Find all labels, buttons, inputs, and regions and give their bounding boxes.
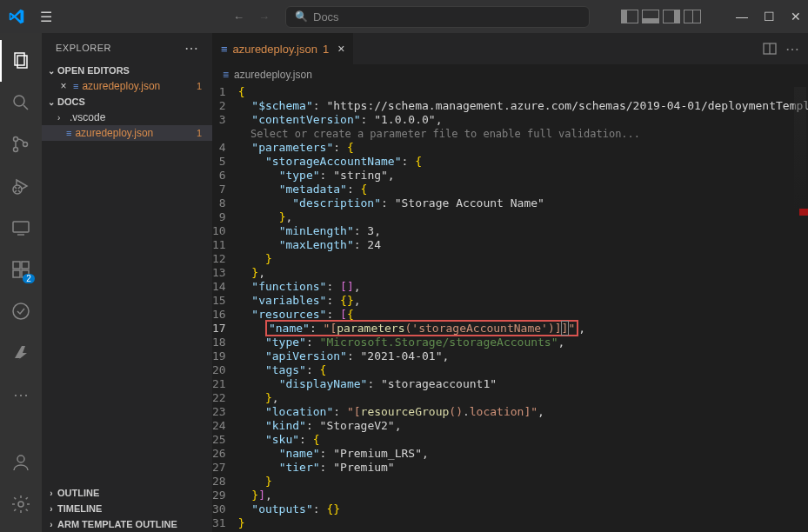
explorer-header: EXPLORER ⋯ — [42, 33, 212, 63]
svg-rect-11 — [13, 262, 20, 269]
folder-name: .vscode — [70, 111, 105, 123]
activity-debug-icon[interactable] — [0, 165, 42, 207]
code-content[interactable]: { "$schema": "https://schema.management.… — [238, 85, 808, 532]
activity-account-icon[interactable] — [0, 442, 42, 483]
toggle-panel-icon[interactable] — [642, 10, 659, 23]
activity-search-icon[interactable] — [0, 82, 42, 123]
window-maximize-icon[interactable]: ☐ — [764, 10, 775, 23]
chevron-down-icon: ⌄ — [45, 97, 57, 107]
timeline-section[interactable]: › TIMELINE — [42, 501, 212, 516]
section-label: OPEN EDITORS — [57, 65, 130, 76]
chevron-right-icon: › — [45, 520, 57, 529]
svg-rect-1 — [17, 56, 27, 68]
activity-extensions-icon[interactable]: 2 — [0, 249, 42, 290]
json-file-icon: ≡ — [223, 69, 229, 81]
chevron-down-icon: ⌄ — [45, 66, 57, 76]
vscode-logo — [7, 7, 26, 26]
breadcrumb[interactable]: ≡ azuredeploy.json — [212, 64, 808, 85]
search-placeholder: Docs — [313, 10, 339, 23]
window-minimize-icon[interactable]: — — [736, 10, 748, 23]
minimap[interactable] — [794, 87, 806, 243]
command-center-search[interactable]: 🔍 Docs — [285, 6, 590, 28]
svg-point-16 — [17, 456, 24, 462]
svg-point-8 — [13, 185, 22, 194]
tab-badge: 1 — [323, 43, 329, 56]
explorer-sidebar: EXPLORER ⋯ ⌄ OPEN EDITORS × ≡ azuredeplo… — [42, 33, 212, 532]
chevron-right-icon: › — [57, 113, 66, 123]
title-bar: ☰ ← → 🔍 Docs — ☐ ✕ — [0, 0, 808, 33]
json-file-icon: ≡ — [66, 128, 71, 138]
json-file-icon: ≡ — [221, 43, 228, 56]
close-icon[interactable]: × — [57, 80, 70, 92]
search-icon: 🔍 — [295, 10, 308, 23]
editor-group: ≡ azuredeploy.json 1 × ⋯ ≡ azuredeploy.j… — [212, 33, 808, 532]
editor-more-icon[interactable]: ⋯ — [785, 41, 799, 57]
menu-icon[interactable]: ☰ — [40, 9, 52, 25]
svg-point-2 — [14, 96, 24, 106]
activity-bar: 2 ⋯ — [0, 33, 42, 532]
chevron-right-icon: › — [45, 489, 57, 498]
nav-back-icon[interactable]: ← — [230, 7, 248, 27]
svg-point-17 — [18, 502, 23, 507]
svg-rect-9 — [13, 222, 29, 232]
svg-point-4 — [14, 137, 18, 142]
file-name: azuredeploy.json — [82, 80, 160, 92]
file-tree-item[interactable]: ≡ azuredeploy.json 1 — [42, 125, 212, 141]
svg-line-3 — [23, 105, 28, 110]
activity-settings-icon[interactable] — [0, 483, 42, 525]
activity-scm-icon[interactable] — [0, 123, 42, 165]
arm-outline-section[interactable]: › ARM TEMPLATE OUTLINE — [42, 516, 212, 532]
sidebar-title: EXPLORER — [56, 43, 111, 53]
svg-point-5 — [14, 148, 18, 152]
svg-rect-0 — [15, 53, 24, 65]
extensions-badge: 2 — [23, 274, 35, 283]
section-label: ARM TEMPLATE OUTLINE — [57, 519, 177, 529]
activity-explorer-icon[interactable] — [0, 40, 42, 82]
toggle-secondary-sidebar-icon[interactable] — [663, 10, 680, 23]
svg-rect-12 — [13, 270, 20, 277]
window-close-icon[interactable]: ✕ — [791, 10, 801, 23]
toggle-primary-sidebar-icon[interactable] — [621, 10, 638, 23]
activity-remote-icon[interactable] — [0, 207, 42, 249]
explorer-more-icon[interactable]: ⋯ — [184, 40, 199, 57]
nav-forward-icon[interactable]: → — [255, 7, 273, 27]
activity-more-icon[interactable]: ⋯ — [0, 374, 42, 416]
layout-controls — [621, 10, 701, 23]
line-number-gutter: 1234567891011121314151617181920212223242… — [212, 85, 238, 532]
problems-badge: 1 — [197, 81, 209, 91]
svg-rect-14 — [22, 262, 29, 269]
close-icon[interactable]: × — [337, 42, 344, 56]
editor-tab[interactable]: ≡ azuredeploy.json 1 × — [212, 33, 354, 64]
svg-point-6 — [23, 143, 28, 147]
folder-item[interactable]: › .vscode — [42, 110, 212, 125]
customize-layout-icon[interactable] — [684, 10, 701, 23]
activity-azure-icon[interactable] — [0, 332, 42, 374]
split-editor-icon[interactable] — [763, 43, 777, 55]
tab-bar: ≡ azuredeploy.json 1 × ⋯ — [212, 33, 808, 64]
open-editor-item[interactable]: × ≡ azuredeploy.json 1 — [42, 78, 212, 94]
problems-badge: 1 — [197, 128, 209, 138]
section-label: OUTLINE — [57, 488, 99, 498]
section-label: DOCS — [57, 96, 85, 107]
activity-testing-icon[interactable] — [0, 290, 42, 332]
workspace-section[interactable]: ⌄ DOCS — [42, 94, 212, 110]
file-name: azuredeploy.json — [75, 127, 153, 139]
json-file-icon: ≡ — [73, 81, 78, 91]
tab-label: azuredeploy.json — [233, 43, 317, 56]
open-editors-section[interactable]: ⌄ OPEN EDITORS — [42, 63, 212, 78]
chevron-right-icon: › — [45, 504, 57, 514]
breadcrumb-file: azuredeploy.json — [234, 69, 312, 81]
svg-point-15 — [13, 303, 29, 319]
overview-ruler-error-icon[interactable] — [799, 209, 808, 216]
section-label: TIMELINE — [57, 503, 102, 514]
outline-section[interactable]: › OUTLINE — [42, 485, 212, 501]
code-editor[interactable]: 1234567891011121314151617181920212223242… — [212, 85, 808, 532]
